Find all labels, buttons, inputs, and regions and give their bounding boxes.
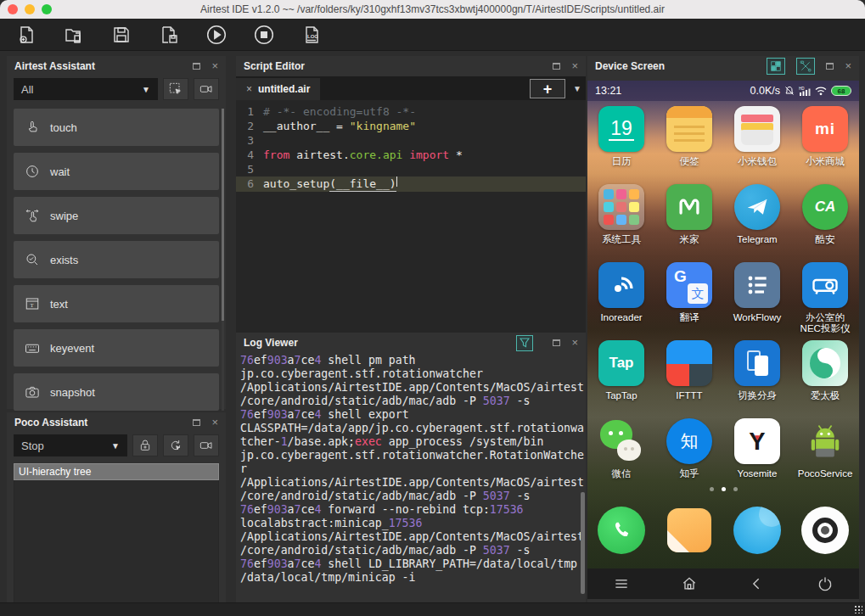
stop-script-button[interactable] xyxy=(251,22,277,48)
log-filter-button[interactable] xyxy=(516,335,533,351)
zoom-window-button[interactable] xyxy=(42,4,52,14)
dock-messages[interactable] xyxy=(655,502,723,558)
code-line[interactable]: 6auto_setup(__file__) xyxy=(236,176,586,192)
app-translate[interactable]: G文翻译 xyxy=(655,262,723,334)
app-notes[interactable]: 便签 xyxy=(655,106,723,167)
app-label: WorkFlowy xyxy=(733,312,782,323)
float-panel-icon[interactable] xyxy=(193,419,200,426)
resize-grip[interactable] xyxy=(854,605,862,613)
device-mirror-screen[interactable]: 13:21 0.0K/s HD 68 19日历便签小米钱包mi小米商城系统工具米… xyxy=(587,81,859,568)
new-script-button[interactable] xyxy=(14,22,39,48)
app-telegram[interactable]: Telegram xyxy=(723,184,791,245)
camera-icon xyxy=(801,507,849,554)
code-line[interactable]: 2__author__ = "kingname" xyxy=(236,119,586,133)
open-script-button[interactable] xyxy=(61,22,87,48)
app-clone[interactable]: 切换分身 xyxy=(723,340,791,401)
float-panel-icon[interactable] xyxy=(553,339,560,346)
airtest-filter-dropdown[interactable]: All ▼ xyxy=(14,78,158,100)
close-tab-icon[interactable]: × xyxy=(246,83,252,95)
poco-mode-dropdown[interactable]: Stop ▼ xyxy=(14,434,127,456)
action-touch[interactable]: touch xyxy=(14,109,219,146)
tab-list-chevron-icon[interactable]: ▼ xyxy=(573,84,581,93)
app-wallet[interactable]: 小米钱包 xyxy=(723,106,791,167)
touch-icon xyxy=(25,120,40,135)
code-editor[interactable]: 1# -*- encoding=utf8 -*-2__author__ = "k… xyxy=(236,100,586,333)
action-exists[interactable]: exists xyxy=(14,241,219,278)
editor-tabstrip: × untitled.air + ▼ xyxy=(236,76,586,100)
app-label: Inoreader xyxy=(600,312,642,323)
code-line[interactable]: 4from airtest.core.api import * xyxy=(236,148,586,162)
nav-menu-button[interactable] xyxy=(587,575,655,592)
log-line: 76ef903a7ce4 shell LD_LIBRARY_PATH=/data… xyxy=(240,557,586,571)
close-panel-icon[interactable]: × xyxy=(211,62,218,70)
ui-hierarchy-tree-body[interactable] xyxy=(14,480,219,606)
app-projector[interactable]: 办公室的 NEC投影仪 xyxy=(791,262,859,334)
dock-phone[interactable] xyxy=(587,502,655,558)
ui-hierarchy-tree-header[interactable]: UI-hierachy tree xyxy=(14,463,219,480)
app-taiji[interactable]: 爱太极 xyxy=(791,340,859,401)
app-taptap[interactable]: TapTapTap xyxy=(587,340,655,401)
log-scrollbar[interactable] xyxy=(581,492,585,594)
main-area: Airtest Assistant × All ▼ touchwaitswipe… xyxy=(0,51,865,602)
code-line[interactable]: 1# -*- encoding=utf8 -*- xyxy=(236,104,586,119)
action-text[interactable]: Ttext xyxy=(14,285,219,322)
action-keyevent[interactable]: keyevent xyxy=(14,329,219,367)
record-button[interactable] xyxy=(194,78,219,100)
layout-grid-button[interactable] xyxy=(767,58,785,75)
app-workflowy[interactable]: WorkFlowy xyxy=(723,262,791,334)
app-wechat[interactable]: 微信 xyxy=(587,418,655,479)
save-as-script-button[interactable] xyxy=(156,22,182,48)
log-line: /Applications/AirtestIDE.app/Contents/Ma… xyxy=(240,530,586,544)
action-label: text xyxy=(50,298,68,311)
record-button[interactable] xyxy=(194,434,219,456)
browser-icon xyxy=(733,507,781,554)
float-panel-icon[interactable] xyxy=(553,63,560,70)
dock-browser[interactable] xyxy=(723,502,791,558)
app-mistore[interactable]: mi小米商城 xyxy=(791,106,859,167)
run-script-button[interactable] xyxy=(204,22,229,48)
close-panel-icon[interactable]: × xyxy=(211,418,218,427)
dock-camera[interactable] xyxy=(791,502,859,558)
projector-icon xyxy=(802,262,848,308)
nav-back-button[interactable] xyxy=(723,575,791,592)
nav-home-button[interactable] xyxy=(655,575,723,592)
close-window-button[interactable] xyxy=(8,4,18,14)
titlebar: Airtest IDE v1.2.0 ~~ /var/folders/ky/31… xyxy=(0,0,865,19)
app-inoreader[interactable]: Inoreader xyxy=(587,262,655,334)
close-panel-icon[interactable]: × xyxy=(845,62,851,70)
snippet-button[interactable] xyxy=(163,78,188,100)
app-poco[interactable]: PocoService xyxy=(791,418,859,479)
app-ifttt[interactable]: IFTTT xyxy=(655,340,723,401)
close-panel-icon[interactable]: × xyxy=(571,339,578,347)
code-line[interactable]: 3 xyxy=(236,133,586,148)
new-tab-button[interactable]: + xyxy=(530,79,565,98)
airtest-assistant-header: Airtest Assistant × xyxy=(7,56,226,76)
app-kuan[interactable]: CA酷安 xyxy=(791,184,859,245)
log-viewer-header: Log Viewer × xyxy=(236,333,586,353)
app-label: 爱太极 xyxy=(811,390,840,401)
lock-button[interactable] xyxy=(132,434,158,456)
app-mihome[interactable]: 米家 xyxy=(655,184,723,245)
app-zhihu[interactable]: 知知乎 xyxy=(655,418,723,479)
action-wait[interactable]: wait xyxy=(14,153,219,190)
app-folder[interactable]: 系统工具 xyxy=(587,184,655,245)
close-panel-icon[interactable]: × xyxy=(571,62,578,70)
action-label: swipe xyxy=(50,210,78,222)
nav-power-button[interactable] xyxy=(791,575,859,592)
code-line[interactable]: 5 xyxy=(236,162,586,176)
float-panel-icon[interactable] xyxy=(826,63,834,70)
toolbox-button[interactable] xyxy=(796,58,815,75)
action-snapshot[interactable]: snapshot xyxy=(14,373,219,411)
app-yosemite[interactable]: Y▼Yosemite xyxy=(723,418,791,479)
view-log-button[interactable]: LOG xyxy=(299,22,324,48)
save-script-button[interactable] xyxy=(109,22,134,48)
log-line: /data/local/tmp/minicap -i xyxy=(240,571,586,585)
refresh-button[interactable] xyxy=(163,434,188,456)
snapshot-icon xyxy=(25,384,40,400)
assistant-scrollbar[interactable] xyxy=(222,109,224,411)
app-calendar[interactable]: 19日历 xyxy=(587,106,655,167)
tab-untitled-air[interactable]: × untitled.air xyxy=(236,78,320,100)
action-swipe[interactable]: swipe xyxy=(14,197,219,234)
float-panel-icon[interactable] xyxy=(193,63,200,70)
minimize-window-button[interactable] xyxy=(25,4,35,14)
